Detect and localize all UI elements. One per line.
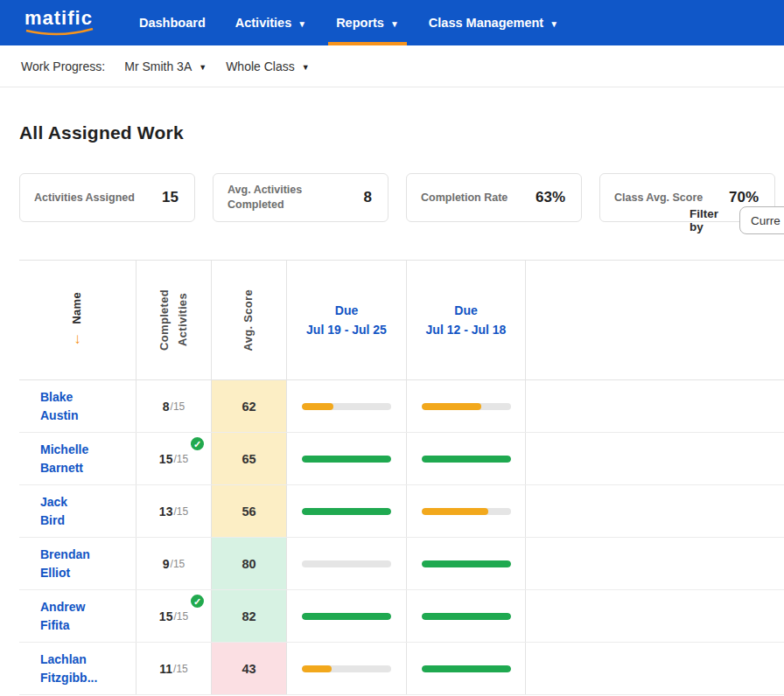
progress-bar-week1 — [287, 380, 407, 432]
stat-activities-assigned: Activities Assigned 15 — [19, 173, 195, 222]
student-last-name: Barnett — [40, 459, 136, 477]
nav-activities-label: Activities — [235, 16, 291, 30]
stat-label: Completion Rate — [421, 191, 508, 205]
stat-label: Avg. Activities Completed — [228, 183, 328, 212]
header-name-sort[interactable]: Name ↓ — [19, 261, 136, 379]
progress-bar-week2 — [407, 590, 526, 642]
student-last-name: Fifita — [40, 616, 136, 635]
filter-select[interactable]: Curre — [739, 206, 784, 234]
header-due-week1: Due Jul 19 - Jul 25 — [287, 261, 407, 379]
student-name-link[interactable]: Blake Austin — [40, 388, 136, 425]
stat-value: 70% — [729, 189, 759, 206]
filter-by-label: Filter by — [690, 207, 729, 233]
student-first-name: Andrew — [40, 598, 136, 616]
due-title: Due — [426, 301, 507, 320]
student-name-link[interactable]: Lachlan Fitzgibb... — [40, 651, 136, 687]
student-name-link[interactable]: Brendan Elliot — [40, 546, 136, 582]
completed-activities-cell: ✓ 8/15 — [136, 380, 212, 432]
avg-score-badge: 65 — [212, 433, 286, 484]
student-last-name: Bird — [40, 512, 136, 530]
stat-label: Activities Assigned — [34, 191, 135, 205]
student-last-name: Fitzgibb... — [40, 669, 136, 687]
stat-avg-activities-completed: Avg. Activities Completed 8 — [213, 173, 388, 222]
due-range: Jul 12 - Jul 18 — [426, 320, 507, 339]
avg-score-badge: 62 — [212, 380, 286, 432]
logo-swoosh — [24, 28, 94, 37]
scope-select-value: Whole Class — [226, 59, 295, 73]
nav-class-management[interactable]: Class Management ▼ — [414, 0, 573, 45]
stat-value: 63% — [536, 189, 565, 206]
progress-bar-week1 — [287, 433, 407, 484]
completed-activities-cell: ✓ 9/15 — [136, 538, 212, 589]
chevron-down-icon: ▼ — [302, 63, 310, 72]
chevron-down-icon: ▼ — [298, 19, 306, 29]
progress-bar-week2 — [407, 485, 526, 537]
stat-label: Class Avg. Score — [614, 191, 703, 205]
student-first-name: Blake — [40, 388, 136, 407]
progress-bar-week2 — [407, 538, 526, 589]
filter-select-value: Curre — [751, 214, 780, 227]
student-name-link[interactable]: Michelle Barnett — [40, 441, 136, 477]
completed-activities-cell: ✓ 15/15 — [136, 433, 212, 484]
header-completed-activities: Completed Activities — [136, 261, 212, 379]
student-last-name: Austin — [40, 407, 136, 425]
stat-value: 8 — [364, 189, 372, 206]
stats-row: Activities Assigned 15 Avg. Activities C… — [19, 173, 784, 222]
completed-check-icon: ✓ — [189, 435, 206, 452]
avg-score-badge: 82 — [212, 590, 286, 642]
progress-bar-week2 — [407, 643, 526, 694]
nav-menu: Dashboard Activities ▼ Reports ▼ Class M… — [124, 0, 573, 45]
subheader: Work Progress: Mr Smith 3A ▼ Whole Class… — [0, 45, 784, 87]
assigned-work-table: Name ↓ Completed Activities Avg. Score D… — [19, 260, 784, 695]
student-first-name: Lachlan — [40, 651, 136, 669]
progress-bar-week1 — [287, 590, 407, 642]
student-name-link[interactable]: Andrew Fifita — [40, 598, 136, 635]
logo-text: matific — [24, 9, 93, 28]
nav-class-management-label: Class Management — [429, 16, 543, 30]
chevron-down-icon: ▼ — [390, 19, 399, 29]
class-select-value: Mr Smith 3A — [124, 59, 192, 73]
student-first-name: Brendan — [40, 546, 136, 564]
chevron-down-icon: ▼ — [550, 19, 558, 29]
progress-bar-week1 — [287, 485, 407, 537]
table-header-row: Name ↓ Completed Activities Avg. Score D… — [19, 261, 784, 380]
progress-bar-week1 — [287, 643, 407, 694]
nav-dashboard[interactable]: Dashboard — [124, 0, 220, 45]
completed-activities-cell: ✓ 15/15 — [136, 590, 212, 642]
filter-group: Filter by Curre — [690, 206, 784, 234]
scope-select[interactable]: Whole Class ▼ — [226, 59, 310, 73]
header-name-label: Name — [68, 292, 87, 324]
completed-check-icon: ✓ — [189, 593, 206, 609]
header-completed-label: Completed Activities — [156, 289, 192, 351]
nav-reports-label: Reports — [336, 16, 384, 30]
class-select[interactable]: Mr Smith 3A ▼ — [124, 59, 206, 73]
header-score-label: Avg. Score — [240, 289, 258, 351]
due-range: Jul 19 - Jul 25 — [306, 320, 387, 339]
header-avg-score: Avg. Score — [212, 261, 287, 379]
progress-bar-week2 — [407, 433, 526, 484]
main-content: All Assigned Work Filter by Curre Activi… — [0, 87, 784, 695]
chevron-down-icon: ▼ — [199, 63, 206, 72]
progress-bar-week2 — [407, 380, 526, 432]
matific-logo[interactable]: matific — [24, 9, 94, 37]
student-first-name: Michelle — [40, 441, 136, 459]
header-due-week2: Due Jul 12 - Jul 18 — [407, 261, 526, 379]
student-last-name: Elliot — [40, 564, 136, 582]
avg-score-badge: 80 — [212, 538, 286, 589]
table-row: Brendan Elliot ✓ 9/15 80 — [19, 538, 784, 590]
progress-bar-week1 — [287, 538, 407, 589]
stat-value: 15 — [162, 189, 178, 206]
table-row: Blake Austin ✓ 8/15 62 — [19, 380, 784, 433]
table-row: Jack Bird ✓ 13/15 56 — [19, 485, 784, 538]
nav-dashboard-label: Dashboard — [139, 16, 206, 30]
work-progress-label: Work Progress: — [21, 59, 105, 73]
nav-activities[interactable]: Activities ▼ — [220, 0, 321, 45]
student-first-name: Jack — [40, 493, 136, 512]
table-row: Andrew Fifita ✓ 15/15 82 — [19, 590, 784, 643]
student-name-link[interactable]: Jack Bird — [40, 493, 136, 530]
stat-completion-rate: Completion Rate 63% — [406, 173, 582, 222]
completed-activities-cell: ✓ 13/15 — [136, 485, 212, 537]
page-title: All Assigned Work — [19, 122, 784, 143]
header-empty — [526, 261, 784, 379]
nav-reports[interactable]: Reports ▼ — [321, 0, 414, 45]
